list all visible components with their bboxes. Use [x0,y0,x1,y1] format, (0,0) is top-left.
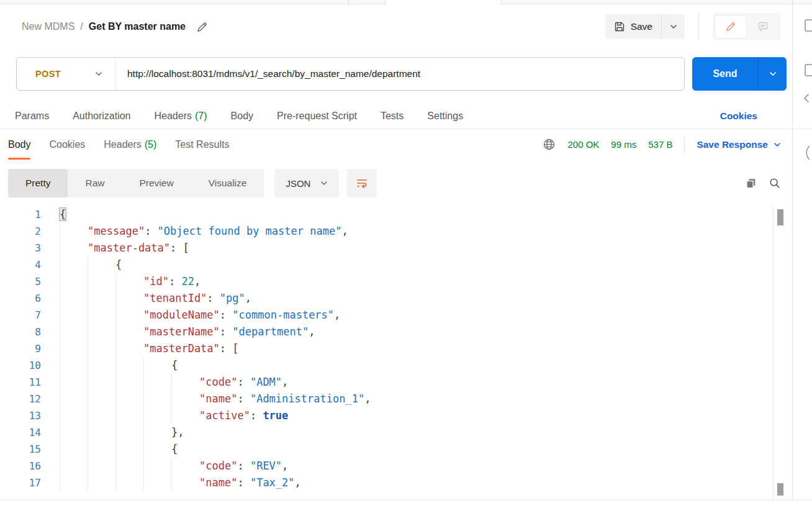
header-actions: Save [605,13,781,40]
documentation-rail-icon[interactable] [803,19,812,35]
response-tools [745,177,781,189]
chevron-down-icon [95,71,102,76]
code-line: 15{ [0,441,812,458]
chevron-down-icon [769,71,777,76]
line-number: 7 [0,307,41,324]
code-line: 6"tenantId": "pg", [0,290,812,307]
format-selector[interactable]: JSON [274,169,339,197]
url-input[interactable] [115,68,684,79]
send-button[interactable]: Send [692,57,758,91]
tab-headers[interactable]: Headers (7) [155,111,207,122]
comments-button[interactable] [747,16,778,38]
breadcrumb-collection[interactable]: New MDMS [22,21,74,32]
response-size: 537 B [648,139,672,150]
edit-title-pencil-icon[interactable] [196,21,208,33]
globe-icon[interactable] [543,138,556,151]
code-line: 8"masterName": "department", [0,324,812,340]
method-label: POST [35,69,61,79]
line-number: 5 [0,273,41,290]
right-sidebar-rail [792,0,812,500]
line-number: 15 [0,441,41,458]
active-request-tab[interactable] [385,0,502,5]
line-number: 16 [0,458,41,474]
line-number: 9 [0,340,41,357]
tab-pre-request-script[interactable]: Pre-request Script [277,111,357,122]
tab-settings[interactable]: Settings [427,111,463,122]
tab-tests[interactable]: Tests [381,111,404,122]
scrollbar-thumb[interactable] [777,209,783,225]
line-number: 2 [0,223,41,240]
format-label: JSON [286,178,310,189]
view-visualize-button[interactable]: Visualize [191,169,264,197]
tab-body[interactable]: Body [231,111,253,122]
line-number: 1 [0,206,41,223]
code-line: 4{ [0,256,812,273]
tab-authorization[interactable]: Authorization [73,111,130,122]
send-button-group: Send [692,57,787,91]
code-line: 16"code": "REV", [0,458,812,474]
tab-params[interactable]: Params [15,111,49,122]
breadcrumb: New MDMS / Get BY master name [22,21,208,33]
status-badge: 200 OK [567,139,599,150]
code-line: 5"id": 22, [0,273,812,290]
response-tab-test-results[interactable]: Test Results [175,129,229,160]
breadcrumb-separator: / [80,21,83,32]
wrap-lines-button[interactable] [347,169,377,197]
code-line: 13"active": true [0,407,812,424]
code-line: 1{ [0,206,812,223]
url-bar: POST [16,57,685,91]
documentation-button[interactable] [715,16,746,38]
save-button-label: Save [631,21,652,32]
save-button-group: Save [605,14,685,39]
doc-comment-toggle [713,13,781,40]
scrollbar-gutter-border [773,206,774,500]
request-title[interactable]: Get BY master name [89,21,186,32]
line-number: 4 [0,256,41,273]
response-tab-body[interactable]: Body [8,129,30,160]
postman-app: New MDMS / Get BY master name [0,0,812,508]
request-tabs: Params Authorization Headers (7) Body Pr… [0,103,812,129]
view-preview-button[interactable]: Preview [122,169,191,197]
search-button[interactable] [769,177,781,189]
comments-rail-icon[interactable] [803,63,812,79]
line-number: 17 [0,474,41,491]
line-number: 6 [0,290,41,307]
code-rail-icon[interactable] [803,93,810,106]
cookies-link[interactable]: Cookies [720,111,757,122]
floppy-icon [614,21,625,32]
method-selector[interactable]: POST [17,58,115,90]
send-dropdown-button[interactable] [758,57,787,91]
response-tab-headers[interactable]: Headers (5) [104,129,156,160]
code-line: 7"moduleName": "common-masters", [0,307,812,324]
view-mode-segmented-control: Pretty Raw Preview Visualize [8,169,264,197]
line-number: 3 [0,240,41,256]
tab-strip [0,0,812,4]
save-dropdown-button[interactable] [661,14,685,39]
save-response-button[interactable]: Save Response [697,139,781,150]
request-panel: New MDMS / Get BY master name [0,13,793,501]
code-line: 3"master-data": [ [0,240,812,256]
line-number: 13 [0,407,41,424]
line-number: 10 [0,357,41,374]
code-line: 14}, [0,424,812,441]
view-raw-button[interactable]: Raw [68,169,122,197]
code-line: 2"message": "Object found by master name… [0,223,812,240]
chevron-down-icon [774,142,781,147]
response-meta: 200 OK 99 ms 537 B Save Response [543,137,781,152]
code-line: 17"name": "Tax_2", [0,474,812,491]
code-lines: 1{2"message": "Object found by master na… [0,206,812,491]
response-tabs: Body Cookies Headers (5) Test Results [8,129,229,160]
line-number: 14 [0,424,41,441]
save-button[interactable]: Save [605,14,661,39]
view-pretty-button[interactable]: Pretty [8,169,68,197]
response-tab-cookies[interactable]: Cookies [49,129,85,160]
text-wrap-icon [356,177,368,189]
response-headers-count-badge: (5) [145,139,157,150]
comment-icon [757,21,769,32]
code-line: 10{ [0,357,812,374]
copy-button[interactable] [745,177,757,189]
info-rail-icon[interactable] [803,145,810,163]
response-time: 99 ms [611,139,636,150]
scrollbar-thumb-bottom[interactable] [777,483,783,496]
response-view-toolbar: Pretty Raw Preview Visualize JSON [8,169,781,197]
